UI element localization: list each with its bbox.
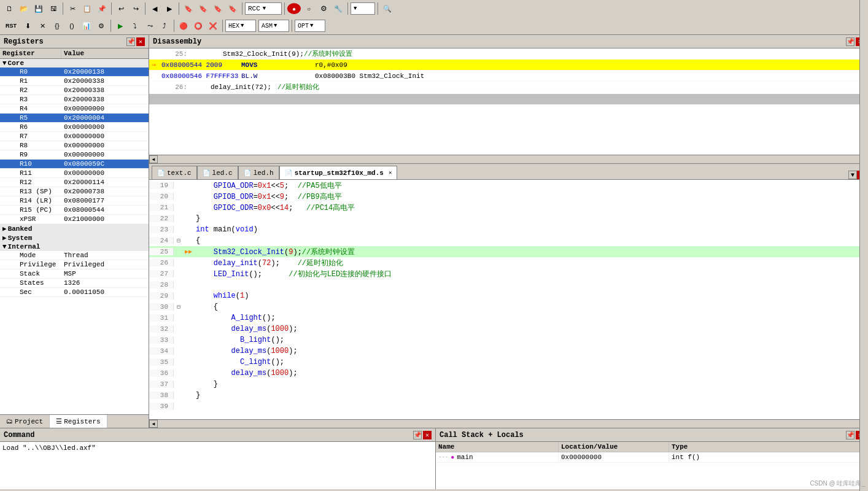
disassembly-content[interactable]: 25: Stm32_Clock_Init(9);//系统时钟设置 ⇒ 0x080… bbox=[149, 48, 868, 155]
tab-led-c[interactable]: 📄 led.c bbox=[197, 166, 238, 179]
linenum-30: 30 bbox=[149, 303, 174, 311]
register-panel-tabs: 🗂 Project ☰ Registers bbox=[0, 414, 149, 428]
target-dropdown[interactable]: RCC ▼ bbox=[245, 2, 282, 15]
sep7 bbox=[347, 2, 348, 15]
code-line-20: 20 GPIOB_ODR=0x1<<9; //PB9高电平 bbox=[149, 191, 859, 202]
redo-button[interactable]: ↪ bbox=[129, 2, 142, 15]
reg-r8-row[interactable]: R8 0x00000000 bbox=[0, 141, 149, 150]
dis-hscrollbar[interactable]: ◀ ▶ bbox=[149, 155, 868, 163]
reg-r15-row[interactable]: R15 (PC) 0x08000544 bbox=[0, 206, 149, 215]
build-btn1[interactable]: ● bbox=[287, 3, 301, 14]
reg-r1-row[interactable]: R1 0x20000338 bbox=[0, 77, 149, 86]
core-group-header[interactable]: ▼ Core bbox=[0, 59, 149, 68]
mem-button[interactable]: () bbox=[65, 19, 79, 33]
project-tab[interactable]: 🗂 Project bbox=[0, 415, 50, 428]
fold-30[interactable]: ⊟ bbox=[174, 303, 184, 311]
internal-group-header[interactable]: ▼ Internal bbox=[0, 242, 149, 251]
reg-r13-row[interactable]: R13 (SP) 0x20000738 bbox=[0, 187, 149, 196]
load-button[interactable]: ⬇ bbox=[21, 19, 34, 33]
banked-expand-icon: ▶ bbox=[2, 225, 7, 233]
registers-tab[interactable]: ☰ Registers bbox=[50, 415, 107, 428]
tab-text-c[interactable]: 📄 text.c bbox=[152, 166, 197, 179]
new-file-button[interactable]: 🗋 bbox=[2, 2, 16, 15]
bm-button[interactable]: 🔖 bbox=[211, 2, 225, 15]
editor-scroll-left[interactable]: ◀ bbox=[149, 420, 158, 428]
paste-button[interactable]: 📌 bbox=[95, 2, 109, 15]
find-button[interactable]: 🔍 bbox=[381, 2, 394, 15]
editor-menu-icon[interactable]: ▼ bbox=[848, 171, 857, 179]
view-hex-dropdown[interactable]: HEX ▼ bbox=[225, 20, 256, 32]
reg-r4-row[interactable]: R4 0x00000000 bbox=[0, 104, 149, 114]
reg-r3-row[interactable]: R3 0x20000338 bbox=[0, 95, 149, 104]
cut-button[interactable]: ✂ bbox=[66, 2, 79, 15]
reg-r7-row[interactable]: R7 0x00000000 bbox=[0, 132, 149, 141]
reg-r5-row[interactable]: R5 0x20000004 bbox=[0, 114, 149, 123]
forward-button[interactable]: ▶ bbox=[163, 2, 176, 15]
bm-prev-button[interactable]: 🔖 bbox=[182, 2, 195, 15]
toolbar-row-2: RST ⬇ ✕ {} () 📊 ⚙ ▶ ⤵ ⤳ ⤴ 🔴 ⭕ ❌ HEX ▼ AS… bbox=[0, 17, 868, 34]
reg-r14-row[interactable]: R14 (LR) 0x08000177 bbox=[0, 196, 149, 206]
reg-r0-row[interactable]: R0 0x20000138 bbox=[0, 68, 149, 77]
cs-row-main[interactable]: --- ● main 0x00000000 int f() bbox=[436, 452, 868, 463]
reg-r9-row[interactable]: R9 0x00000000 bbox=[0, 150, 149, 160]
reg-r12-row[interactable]: R12 0x20000114 bbox=[0, 178, 149, 187]
tab-startup-label: startup_stm32f10x_md.s bbox=[295, 169, 384, 177]
step-out-button[interactable]: ⤴ bbox=[158, 19, 171, 33]
pin-icon[interactable]: 📌 bbox=[126, 37, 135, 46]
tab-startup-close[interactable]: ✕ bbox=[389, 169, 392, 176]
close-command-button[interactable]: ✕ bbox=[423, 431, 432, 439]
reg-r1-name: R1 bbox=[0, 77, 61, 85]
view-asm-dropdown[interactable]: ASM ▼ bbox=[258, 20, 289, 32]
editor-hscrollbar[interactable]: ◀ ▶ bbox=[149, 419, 868, 428]
undo-button[interactable]: ↩ bbox=[114, 2, 128, 15]
editor-scroll-track-h[interactable] bbox=[158, 420, 859, 428]
unload-button[interactable]: ✕ bbox=[36, 19, 49, 33]
reg-xpsr-row[interactable]: xPSR 0x21000000 bbox=[0, 215, 149, 224]
clear-bp-button[interactable]: ❌ bbox=[206, 19, 220, 33]
back-button[interactable]: ◀ bbox=[148, 2, 161, 15]
dis-linenum-26: 26: bbox=[161, 83, 192, 91]
reg-r10-row[interactable]: R10 0x0800059C bbox=[0, 160, 149, 169]
bm-next-button[interactable]: 🔖 bbox=[196, 2, 210, 15]
disable-bp-button[interactable]: ⭕ bbox=[192, 19, 205, 33]
system-group-header[interactable]: ▶ System bbox=[0, 233, 149, 242]
code-line-22: 22 } bbox=[149, 213, 859, 224]
rst-button[interactable]: RST bbox=[2, 19, 20, 33]
command-content[interactable]: Load "..\\OBJ\\led.axf" bbox=[0, 442, 435, 489]
dis-scroll-left[interactable]: ◀ bbox=[149, 155, 158, 163]
save-button[interactable]: 💾 bbox=[32, 2, 45, 15]
bp-button[interactable]: 🔴 bbox=[177, 19, 190, 33]
build-btn4[interactable]: 🔧 bbox=[331, 2, 345, 15]
banked-group-header[interactable]: ▶ Banked bbox=[0, 224, 149, 233]
reg-r2-row[interactable]: R2 0x20000338 bbox=[0, 86, 149, 95]
watch-button[interactable]: {} bbox=[50, 19, 64, 33]
tab-led-h[interactable]: 📄 led.h bbox=[238, 166, 279, 179]
reg-r6-row[interactable]: R6 0x00000000 bbox=[0, 123, 149, 132]
bm2-button[interactable]: 🔖 bbox=[226, 2, 239, 15]
view-dropdown[interactable]: ▼ bbox=[351, 2, 375, 15]
tab-startup[interactable]: 📄 startup_stm32f10x_md.s ✕ bbox=[279, 166, 398, 179]
regs-button[interactable]: 📊 bbox=[80, 19, 93, 33]
cs-pin-icon[interactable]: 📌 bbox=[846, 431, 854, 439]
fold-24[interactable]: ⊟ bbox=[174, 237, 184, 244]
code-content[interactable]: 19 GPIOA_ODR=0x1<<5; //PA5低电平 20 GPIOB_O… bbox=[149, 180, 859, 419]
step-over-button[interactable]: ⤳ bbox=[143, 19, 157, 33]
cmd-pin-icon[interactable]: 📌 bbox=[413, 431, 422, 439]
dis-scroll-track[interactable] bbox=[158, 155, 859, 163]
copy-button[interactable]: 📋 bbox=[80, 2, 94, 15]
reg-r4-name: R4 bbox=[0, 104, 61, 113]
build-btn2[interactable]: ○ bbox=[302, 2, 316, 15]
save-all-button[interactable]: 🖫 bbox=[47, 2, 60, 15]
editor-body: 19 GPIOA_ODR=0x1<<5; //PA5低电平 20 GPIOB_O… bbox=[149, 180, 868, 419]
extra-button[interactable]: ⚙ bbox=[95, 19, 108, 33]
open-file-button[interactable]: 📂 bbox=[17, 2, 31, 15]
options-dropdown[interactable]: OPT ▼ bbox=[295, 20, 325, 32]
dis-pin-icon[interactable]: 📌 bbox=[846, 37, 854, 46]
cmd-vscrollbar[interactable] bbox=[859, 0, 868, 491]
tab-led-c-label: led.c bbox=[212, 169, 233, 177]
step-in-button[interactable]: ⤵ bbox=[128, 19, 142, 33]
run-button[interactable]: ▶ bbox=[114, 19, 127, 33]
reg-r11-row[interactable]: R11 0x00000000 bbox=[0, 169, 149, 178]
build-btn3[interactable]: ⚙ bbox=[317, 2, 330, 15]
close-registers-button[interactable]: ✕ bbox=[136, 37, 145, 46]
